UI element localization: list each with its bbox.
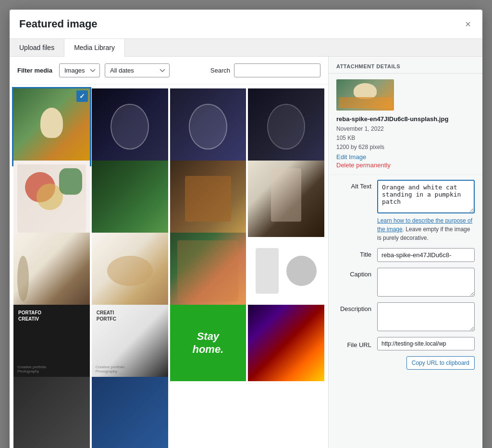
media-item[interactable]: PORTAFOCREATIV Creative portfolioPhotogr… bbox=[13, 305, 90, 381]
modal-tabs: Upload files Media Library bbox=[10, 39, 482, 57]
attachment-filename: reba-spike-en47JlDu6c8-unsplash.jpg bbox=[336, 115, 475, 123]
details-panel: ATTACHMENT DETAILS reba-spike-en47JlDu6c… bbox=[329, 57, 482, 448]
media-item[interactable] bbox=[170, 88, 246, 165]
attachment-info: reba-spike-en47JlDu6c8-unsplash.jpg Nove… bbox=[329, 74, 482, 175]
featured-image-modal: Featured image × Upload files Media Libr… bbox=[10, 10, 482, 448]
filter-bar: Filter media Images Audio Video All date… bbox=[10, 57, 328, 85]
attachment-date: November 1, 2022 bbox=[336, 124, 475, 134]
tab-media-library[interactable]: Media Library bbox=[64, 39, 125, 57]
edit-image-link[interactable]: Edit Image bbox=[336, 153, 475, 161]
media-item[interactable]: CREATIPORTFC Creative portfolioPhotograp… bbox=[92, 305, 168, 381]
alt-text-area: Orange and white cat standing in a pumpk… bbox=[377, 180, 475, 242]
media-item[interactable] bbox=[248, 233, 324, 309]
search-input[interactable] bbox=[234, 63, 320, 77]
search-label: Search bbox=[210, 67, 230, 74]
file-url-label: File URL bbox=[336, 338, 377, 348]
media-item[interactable] bbox=[248, 305, 324, 381]
copy-url-button[interactable]: Copy URL to clipboard bbox=[406, 356, 475, 370]
media-item[interactable]: Stayhome. bbox=[170, 305, 246, 381]
title-label: Title bbox=[336, 248, 377, 258]
copy-url-wrapper: Copy URL to clipboard bbox=[336, 353, 475, 370]
selected-checkmark: ✓ bbox=[76, 90, 88, 102]
media-area: Filter media Images Audio Video All date… bbox=[10, 57, 329, 448]
description-input[interactable] bbox=[377, 302, 475, 331]
media-item[interactable] bbox=[92, 377, 168, 448]
media-item[interactable] bbox=[170, 233, 246, 309]
alt-help-text: Learn how to describe the purpose of the… bbox=[377, 216, 475, 242]
media-grid: ✓ bbox=[10, 85, 328, 448]
caption-label: Caption bbox=[336, 268, 377, 278]
portfolio-text-1: PORTAFOCREATIV bbox=[18, 310, 41, 322]
attachment-thumbnail bbox=[336, 79, 394, 111]
filter-type-select[interactable]: Images Audio Video bbox=[59, 63, 100, 77]
alt-text-input[interactable]: Orange and white cat standing in a pumpk… bbox=[377, 180, 475, 213]
media-item[interactable]: ✓ bbox=[13, 88, 90, 165]
media-item[interactable] bbox=[248, 161, 324, 237]
modal-body: Filter media Images Audio Video All date… bbox=[10, 57, 482, 448]
media-item[interactable] bbox=[13, 233, 90, 309]
attachment-form: Alt Text Orange and white cat standing i… bbox=[329, 175, 482, 448]
media-item[interactable] bbox=[248, 88, 324, 165]
alt-text-row: Alt Text Orange and white cat standing i… bbox=[336, 180, 475, 242]
attachment-dimensions: 1200 by 628 pixels bbox=[336, 143, 475, 152]
media-item[interactable] bbox=[170, 161, 246, 237]
alt-text-label: Alt Text bbox=[336, 180, 377, 190]
tab-upload[interactable]: Upload files bbox=[10, 39, 64, 56]
title-input[interactable] bbox=[377, 248, 475, 262]
search-area: Search bbox=[210, 63, 320, 77]
filter-label: Filter media bbox=[17, 67, 52, 74]
stayhome-text: Stayhome. bbox=[192, 330, 223, 356]
attachment-size: 105 KB bbox=[336, 134, 475, 143]
filter-date-select[interactable]: All dates November 2022 October 2022 bbox=[105, 63, 170, 77]
file-url-input[interactable] bbox=[377, 337, 475, 350]
file-url-inner: File URL bbox=[336, 337, 475, 350]
file-url-row: File URL Copy URL to clipboard bbox=[336, 337, 475, 370]
delete-permanently-link[interactable]: Delete permanently bbox=[336, 162, 475, 169]
media-item[interactable] bbox=[92, 161, 168, 237]
modal-header: Featured image × bbox=[10, 10, 482, 39]
media-item[interactable] bbox=[92, 233, 168, 309]
media-item[interactable] bbox=[13, 161, 90, 237]
media-item[interactable] bbox=[92, 88, 168, 165]
caption-row: Caption bbox=[336, 268, 475, 297]
modal-title: Featured image bbox=[19, 18, 98, 30]
description-row: Description bbox=[336, 302, 475, 331]
caption-input[interactable] bbox=[377, 268, 475, 297]
media-item[interactable] bbox=[13, 377, 90, 448]
description-label: Description bbox=[336, 302, 377, 312]
close-button[interactable]: × bbox=[463, 17, 473, 31]
details-header: ATTACHMENT DETAILS bbox=[329, 57, 482, 74]
portfolio-text-2: CREATIPORTFC bbox=[97, 310, 116, 322]
title-row: Title bbox=[336, 248, 475, 262]
